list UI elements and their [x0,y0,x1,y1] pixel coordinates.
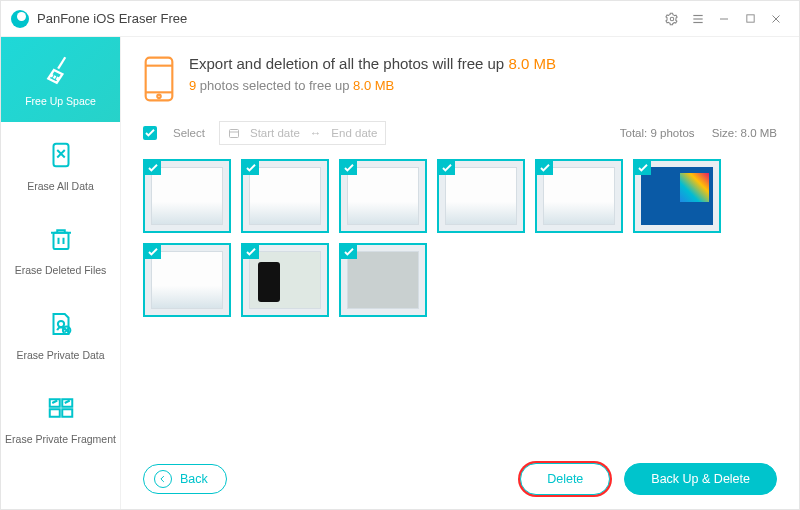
sidebar-item-erase-private-data[interactable]: Erase Private Data [1,291,120,376]
fragment-icon [42,389,80,427]
date-separator: ↔ [310,127,322,139]
photo-thumbnail[interactable] [143,159,231,233]
sidebar-item-free-up-space[interactable]: Free Up Space [1,37,120,122]
check-icon [341,245,357,259]
photo-grid [143,159,777,317]
sidebar-item-label: Erase Deleted Files [15,264,107,277]
svg-rect-15 [62,410,72,418]
photo-thumbnail[interactable] [339,243,427,317]
sidebar-item-label: Erase Private Data [16,349,104,362]
device-erase-icon [42,136,80,174]
photo-thumbnail[interactable] [535,159,623,233]
check-icon [145,245,161,259]
sidebar-item-erase-all-data[interactable]: Erase All Data [1,122,120,207]
photo-thumbnail[interactable] [633,159,721,233]
sidebar-item-label: Erase Private Fragment [5,433,116,446]
backup-delete-button[interactable]: Back Up & Delete [624,463,777,495]
back-button[interactable]: Back [143,464,227,494]
header-line2: 9 photos selected to free up 8.0 MB [189,78,556,93]
svg-rect-14 [49,410,59,418]
check-icon [243,245,259,259]
selected-size: 8.0 MB [353,78,394,93]
minimize-icon[interactable] [711,7,737,31]
svg-rect-5 [746,15,753,22]
summary-text: Total: 9 photos Size: 8.0 MB [620,127,777,139]
photo-thumbnail[interactable] [241,243,329,317]
photo-thumbnail[interactable] [241,159,329,233]
sidebar-item-label: Erase All Data [27,180,94,193]
broom-icon [42,51,80,89]
start-date-placeholder: Start date [250,127,300,139]
menu-icon[interactable] [685,7,711,31]
date-range-picker[interactable]: Start date ↔ End date [219,121,386,145]
sidebar: Free Up Space Erase All Data Erase Delet… [1,37,121,509]
private-data-icon [42,305,80,343]
check-icon [243,161,259,175]
settings-icon[interactable] [659,7,685,31]
end-date-placeholder: End date [331,127,377,139]
svg-rect-9 [53,233,68,249]
select-all-checkbox[interactable] [143,126,157,140]
maximize-icon[interactable] [737,7,763,31]
photo-thumbnail[interactable] [437,159,525,233]
check-icon [145,161,161,175]
back-arrow-icon [154,470,172,488]
svg-rect-12 [49,400,59,408]
trash-icon [42,220,80,258]
sidebar-item-label: Free Up Space [25,95,96,108]
check-icon [537,161,553,175]
photo-thumbnail[interactable] [143,243,231,317]
photo-thumbnail[interactable] [339,159,427,233]
freeup-size: 8.0 MB [508,55,556,72]
check-icon [439,161,455,175]
svg-point-0 [670,17,674,21]
svg-rect-20 [229,130,238,138]
close-icon[interactable] [763,7,789,31]
sidebar-item-erase-private-fragment[interactable]: Erase Private Fragment [1,375,120,460]
select-label: Select [173,127,205,139]
svg-point-19 [157,95,160,98]
total-size: Size: 8.0 MB [712,127,777,139]
check-icon [341,161,357,175]
titlebar: PanFone iOS Eraser Free [1,1,799,37]
delete-button[interactable]: Delete [520,463,610,495]
sidebar-item-erase-deleted-files[interactable]: Erase Deleted Files [1,206,120,291]
filter-row: Select Start date ↔ End date Total: 9 ph… [143,121,777,145]
app-logo-icon [11,10,29,28]
check-icon [635,161,651,175]
svg-rect-13 [62,400,72,408]
total-count: Total: 9 photos [620,127,695,139]
header-line1: Export and deletion of all the photos wi… [189,55,556,72]
device-icon [143,55,175,103]
calendar-icon [228,127,240,139]
window-title: PanFone iOS Eraser Free [37,11,659,26]
content-area: Export and deletion of all the photos wi… [121,37,799,509]
